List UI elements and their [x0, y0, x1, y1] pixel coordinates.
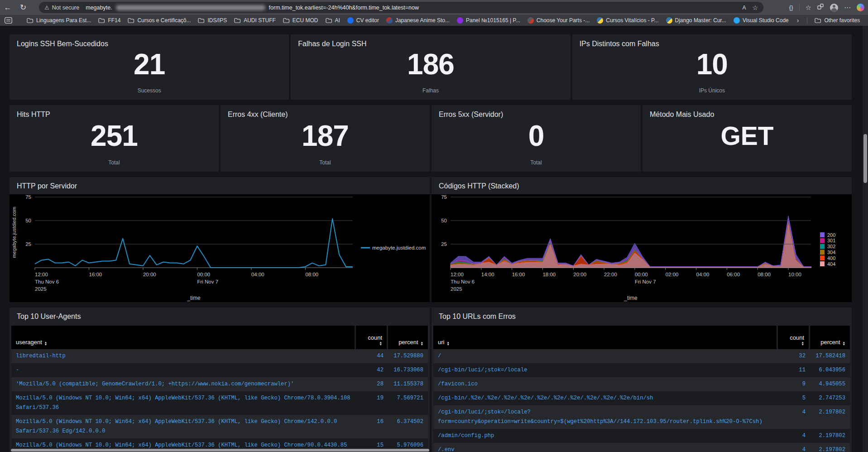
table-cell[interactable]: 2.197802 — [810, 429, 850, 443]
bookmark-item[interactable]: Linguagens Para Est... — [27, 17, 91, 24]
browser-essentials-icon[interactable]: {} — [789, 4, 793, 11]
address-bar[interactable]: ⚠ Not secure megabyte. form.time_tok.ear… — [39, 2, 763, 13]
table-row[interactable]: /cgi-bin/.%2e/.%2e/.%2e/.%2e/.%2e/.%2e/.… — [433, 391, 850, 405]
table-cell[interactable]: 6.043956 — [810, 363, 850, 377]
table-cell[interactable]: 5 — [779, 391, 810, 405]
table-cell[interactable]: 2.747253 — [810, 391, 850, 405]
table-cell[interactable]: 9 — [779, 377, 810, 391]
bookmark-item[interactable]: ECU MOD — [283, 17, 318, 24]
kpi-caption: Total — [221, 159, 430, 166]
table-cell[interactable]: 19 — [357, 391, 388, 415]
table-cell[interactable]: 2.197802 — [810, 443, 850, 452]
column-header-percent[interactable]: percent▲▼ — [810, 326, 850, 349]
bookmark-item[interactable]: Choose Your Parts -... — [528, 17, 590, 24]
table-cell[interactable]: 44 — [357, 349, 388, 363]
table-cell[interactable]: 17.582418 — [810, 349, 850, 363]
table-cell[interactable]: 4 — [779, 429, 810, 443]
table-cell[interactable]: Mozilla/5.0 (Windows NT 10.0; Win64; x64… — [11, 415, 357, 438]
sidebar-icon[interactable] — [5, 17, 12, 24]
bookmark-label: Django Master: Cur... — [675, 17, 726, 24]
table-row[interactable]: /admin/config.php42.197802 — [433, 429, 850, 443]
table-cell[interactable]: 7.569721 — [388, 391, 428, 415]
bookmark-item[interactable]: Visual Studio Code — [734, 17, 789, 24]
table-cell[interactable]: /admin/config.php — [433, 429, 779, 443]
table-cell[interactable]: 17.529880 — [388, 349, 428, 363]
table-cell[interactable]: 16 — [357, 415, 388, 438]
table-cell[interactable]: 16.733068 — [388, 363, 428, 377]
table-cell[interactable]: libredtail-http — [11, 349, 357, 363]
table-row[interactable]: -4216.733068 — [11, 363, 428, 377]
table-row[interactable]: Mozilla/5.0 (Windows NT 10.0; Win64; x64… — [11, 391, 428, 415]
copilot-icon[interactable] — [857, 4, 864, 11]
table-cell[interactable]: 11.155378 — [388, 377, 428, 391]
table-cell[interactable]: /favicon.ico — [433, 377, 779, 391]
table-cell[interactable]: /cgi-bin/luci/;stok=/locale — [433, 363, 779, 377]
table-row[interactable]: libredtail-http4417.529880 — [11, 349, 428, 363]
table-cell[interactable]: 32 — [779, 349, 810, 363]
table-cell[interactable]: / — [433, 349, 779, 363]
table-cell[interactable]: - — [11, 363, 357, 377]
sort-down: ▼ — [843, 343, 845, 346]
add-favorite-icon[interactable]: ☆ — [752, 4, 758, 11]
svg-text:_time: _time — [187, 295, 201, 301]
table-row[interactable]: /favicon.ico94.945055 — [433, 377, 850, 391]
bookmark-item[interactable]: Panel №1015165 | P... — [457, 17, 520, 24]
profile-avatar[interactable] — [830, 4, 838, 12]
table-cell[interactable]: /cgi-bin/luci/;stok=/locale? form=countr… — [433, 405, 779, 429]
bookmark-item[interactable]: Cursos e Certificaçõ... — [128, 17, 191, 24]
chart-codigos-http-stacked[interactable]: 25507512:00Thu Nov 6202514:0016:0018:002… — [432, 194, 852, 302]
vertical-scrollbar-track[interactable] — [863, 26, 868, 452]
bookmarks-overflow-chevron[interactable]: › — [797, 17, 799, 24]
table-row[interactable]: /cgi-bin/luci/;stok=/locale116.043956 — [433, 363, 850, 377]
table-row[interactable]: 'Mozilla/5.0 (compatible; GenomeCrawlerd… — [11, 377, 428, 391]
folder-icon — [283, 18, 290, 23]
table-row[interactable]: /cgi-bin/luci/;stok=/locale? form=countr… — [433, 405, 850, 429]
table-cell[interactable]: Mozilla/5.0 (Windows NT 10.0; Win64; x64… — [11, 391, 357, 415]
not-secure-label[interactable]: Not secure — [52, 5, 79, 11]
column-header-count[interactable]: count▲▼ — [356, 326, 387, 349]
read-aloud-icon[interactable]: A — [742, 5, 746, 11]
svg-text:16:00: 16:00 — [89, 272, 102, 277]
bookmark-item[interactable]: IDS/IPS — [198, 17, 227, 24]
chart-http-por-servidor[interactable]: 25507512:00Thu Nov 6202516:0020:0000:00F… — [10, 194, 430, 302]
bookmark-item[interactable]: AUDI STUFF — [234, 17, 276, 24]
column-header-uri[interactable]: uri▲▼ — [433, 326, 777, 349]
table-cell[interactable]: 4.945055 — [810, 377, 850, 391]
svg-text:megabyte.justdied.com: megabyte.justdied.com — [372, 245, 426, 250]
horizontal-scrollbar-thumb[interactable] — [11, 449, 429, 452]
bookmark-item[interactable]: Django Master: Cur... — [666, 17, 726, 24]
column-header-useragent[interactable]: useragent▲▼ — [11, 326, 355, 349]
table-row[interactable]: /3217.582418 — [433, 349, 850, 363]
table-cell[interactable]: 42 — [357, 363, 388, 377]
kpi-panel: IPs Distintos com Falhas10IPs Únicos — [572, 34, 852, 100]
bookmark-item[interactable]: Japanese Anime Sto... — [386, 17, 450, 24]
table-cell[interactable]: 4 — [779, 443, 810, 452]
bookmark-item[interactable]: AI — [326, 17, 340, 24]
table-header-row: useragent▲▼count▲▼percent▲▼ — [11, 326, 428, 349]
vertical-scrollbar-thumb[interactable] — [863, 134, 867, 183]
bookmark-item[interactable]: FF14 — [98, 17, 120, 24]
refresh-button[interactable]: ↻ — [15, 0, 31, 15]
chart-legend[interactable]: megabyte.justdied.com — [361, 245, 426, 250]
bookmark-item[interactable]: CV editor — [347, 17, 379, 24]
extensions-icon[interactable] — [817, 4, 824, 12]
bookmark-item[interactable]: Cursos Vitalícios - P... — [597, 17, 658, 24]
settings-menu-icon[interactable]: ⋯ — [844, 4, 851, 12]
table-cell[interactable]: /.env — [433, 443, 779, 452]
table-cell[interactable]: 4 — [779, 405, 810, 429]
table-row[interactable]: /.env42.197802 — [433, 443, 850, 452]
table-row[interactable]: Mozilla/5.0 (Windows NT 10.0; Win64; x64… — [11, 415, 428, 438]
favorites-bar-icon[interactable]: ☆ — [806, 4, 811, 12]
table-cell[interactable]: 11 — [779, 363, 810, 377]
table-cell[interactable]: 28 — [357, 377, 388, 391]
table-cell[interactable]: 2.197802 — [810, 405, 850, 429]
table-cell[interactable]: 6.374502 — [388, 415, 428, 438]
site-favicon — [666, 17, 672, 24]
column-header-count[interactable]: count▲▼ — [778, 326, 809, 349]
column-header-percent[interactable]: percent▲▼ — [388, 326, 428, 349]
chart-legend[interactable]: 200301302304400404 — [820, 232, 835, 267]
other-favorites-folder[interactable]: Other favorites — [815, 17, 860, 24]
table-cell[interactable]: 'Mozilla/5.0 (compatible; GenomeCrawlerd… — [11, 377, 357, 391]
table-cell[interactable]: /cgi-bin/.%2e/.%2e/.%2e/.%2e/.%2e/.%2e/.… — [433, 391, 779, 405]
back-button[interactable]: ← — [0, 0, 15, 15]
